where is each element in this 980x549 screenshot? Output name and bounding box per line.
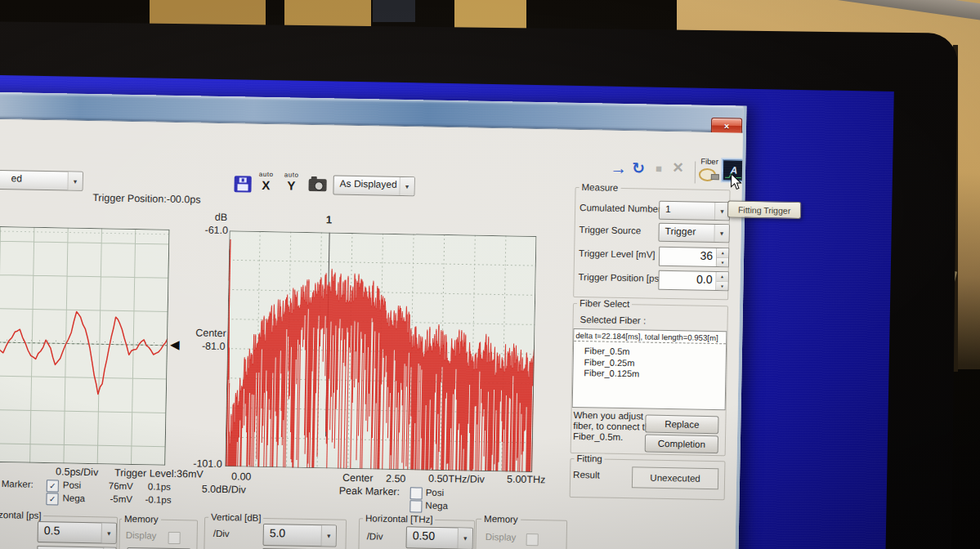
measure-group-label: Measure <box>579 182 620 193</box>
db-axis-unit: dB <box>215 212 228 223</box>
spin-up-icon[interactable]: ▲ <box>717 248 728 258</box>
trigger-level-marker-icon[interactable]: ◀ <box>170 338 180 350</box>
freq-left-value: 0.00 <box>231 471 252 482</box>
auto-label: auto <box>284 172 299 178</box>
clipped-display-value: ed <box>0 170 68 190</box>
y-label: Y <box>287 179 295 191</box>
photo-scene: × ed ▼ Trigger Position:-00.0ps auto X <box>0 0 980 549</box>
completion-button-label: Completion <box>658 439 705 449</box>
fitting-result-value: Unexecuted <box>650 473 700 484</box>
completion-button[interactable]: Completion <box>645 435 718 454</box>
vertical-db-div-dropdown[interactable]: 5.0 ▼ <box>262 524 336 547</box>
trigger-level-label: Trigger Level:36mV <box>114 467 204 480</box>
time-domain-waveform <box>0 224 170 465</box>
room-window-panel <box>150 0 266 25</box>
spectrum-trace <box>225 230 536 472</box>
nega-mv-value: -5mV <box>110 494 132 505</box>
clear-icon[interactable]: × <box>673 157 683 178</box>
spin-up-icon[interactable]: ▲ <box>717 272 728 282</box>
fiber-note-line: When you adjust <box>573 410 643 422</box>
spin-down-icon[interactable]: ▼ <box>717 258 728 267</box>
fiber-note-line: fiber, to connect the <box>573 421 656 432</box>
fiber-listbox[interactable]: delta t=22.184[ms], total length=0.953[m… <box>572 328 727 410</box>
time-scale-label: 0.5ps/Div <box>56 466 98 478</box>
vertical-db-group-label: Vertical [dB] <box>208 512 264 523</box>
nega-peak-label: Nega <box>425 501 448 511</box>
posi-label: Posi <box>63 480 82 489</box>
trigger-level-value: 36 <box>660 248 716 266</box>
check-icon: ✓ <box>49 481 56 490</box>
trigger-source-dropdown[interactable]: Trigger ▼ <box>658 223 729 243</box>
db-top-value: -61.0 <box>204 225 228 237</box>
fitting-result-label: Result <box>573 470 600 480</box>
run-icon[interactable]: → <box>610 158 627 178</box>
clipped-display-dropdown[interactable]: ed ▼ <box>0 169 83 191</box>
x-label: X <box>262 179 270 191</box>
replace-button[interactable]: Replace <box>645 415 718 435</box>
check-icon: ✓ <box>49 494 56 503</box>
repeat-icon[interactable]: ↻ <box>632 158 645 177</box>
monitor-screen: × ed ▼ Trigger Position:-00.0ps auto X <box>0 75 894 549</box>
close-icon: × <box>724 121 730 131</box>
cumulated-number-dropdown[interactable]: 1 ▼ <box>659 201 730 221</box>
posi-left-checkbox[interactable]: ✓ <box>47 480 59 492</box>
freq-center-label: Center <box>342 472 374 484</box>
chevron-down-icon: ▼ <box>399 177 414 195</box>
nega-label: Nega <box>62 493 85 503</box>
horizontal-thz-div-value: 0.50 <box>406 527 457 548</box>
vertical-db-div-label: /Div <box>213 529 230 538</box>
mouse-cursor <box>731 173 742 190</box>
fiber-icon-label: Fiber <box>700 157 718 166</box>
spectrum-chart <box>225 230 536 472</box>
nega-left-checkbox[interactable]: ✓ <box>46 493 58 505</box>
window-client: ed ▼ Trigger Position:-00.0ps auto X aut… <box>0 118 743 549</box>
trigger-level-field-label: Trigger Level [mV] <box>579 248 656 260</box>
memory-left-display-checkbox[interactable] <box>168 532 181 544</box>
trigger-source-label: Trigger Source <box>579 225 642 235</box>
vertical-db-div-value: 5.0 <box>264 524 321 546</box>
trigger-source-value: Trigger <box>659 224 714 242</box>
auto-label: auto <box>259 172 274 178</box>
trigger-level-spinner[interactable]: 36 ▲▼ <box>659 247 729 268</box>
spin-down-icon[interactable]: ▼ <box>716 282 727 291</box>
chevron-down-icon: ▼ <box>101 523 116 542</box>
db-bottom-value: -101.0 <box>193 458 222 470</box>
posi-ps-value: 0.1ps <box>148 481 171 492</box>
fiber-list-item[interactable]: Fiber_0.125m <box>573 368 725 382</box>
freq-center-value: 2.50 <box>386 473 406 484</box>
db-center-value: -81.0 <box>202 341 226 353</box>
peak-marker-clipped-label: k Marker: <box>0 479 34 489</box>
posi-mv-value: 76mV <box>109 481 133 492</box>
horizontal-thz-div-dropdown[interactable]: 0.50 ▼ <box>405 526 472 549</box>
room-pillar <box>373 0 415 22</box>
db-center-label: Center <box>195 327 226 339</box>
nega-peak-checkbox[interactable] <box>409 500 422 512</box>
horizontal-ps-center-spinner[interactable]: ▲▼ <box>37 546 116 549</box>
horizontal-thz-div-label: /Div <box>367 531 383 541</box>
posi-peak-checkbox[interactable] <box>410 487 423 499</box>
time-domain-chart <box>0 224 170 465</box>
room-window-panel <box>284 0 371 28</box>
cumulated-number-label: Cumulated Number <box>579 203 661 214</box>
fiber-note-line: Fiber_0.5m. <box>573 431 624 442</box>
memory-left-group-label: Memory <box>122 514 161 524</box>
cumulated-number-value: 1 <box>660 202 714 220</box>
save-icon[interactable] <box>234 176 251 192</box>
auto-y-button[interactable]: auto Y <box>284 172 298 191</box>
trigger-position-value: 0.0 <box>659 271 715 290</box>
stop-icon[interactable]: ■ <box>656 163 662 175</box>
horizontal-thz-group-label: Horizontal [THz] <box>363 513 436 524</box>
fiber-icon[interactable] <box>698 167 719 181</box>
db-per-div-label: 5.0dB/Div <box>202 484 246 496</box>
toolbar-separator <box>695 162 696 184</box>
trigger-position-spinner[interactable]: 0.0 ▲▼ <box>658 270 728 292</box>
auto-x-button[interactable]: auto X <box>258 172 273 191</box>
camera-icon[interactable] <box>308 179 326 191</box>
horizontal-ps-div-dropdown[interactable]: 0.5 ▼ <box>38 521 117 544</box>
memory-right-display-checkbox[interactable] <box>526 533 539 546</box>
chevron-down-icon: ▼ <box>457 528 472 548</box>
selected-fiber-label: Selected Fiber : <box>580 315 647 325</box>
display-mode-dropdown[interactable]: As Displayed ▼ <box>333 175 414 196</box>
display-mode-value: As Displayed <box>333 176 399 195</box>
fitting-group-label: Fitting <box>574 453 605 464</box>
